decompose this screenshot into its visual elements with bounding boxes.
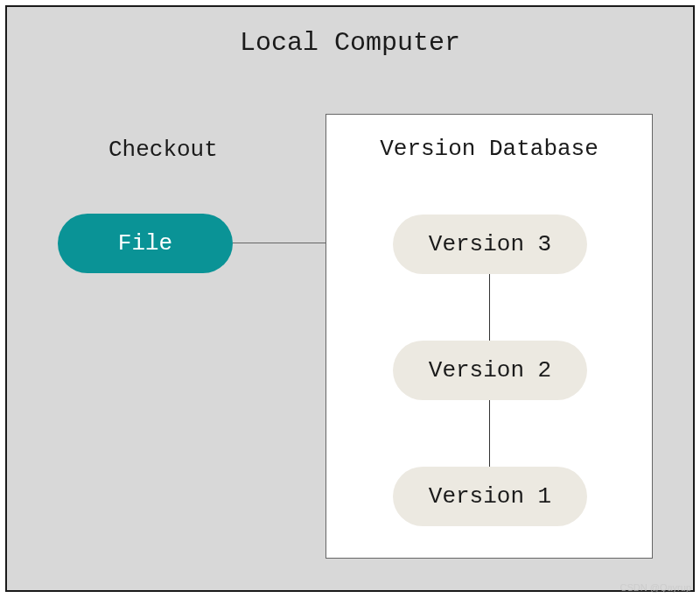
- connector-v2-v1: [489, 400, 490, 467]
- file-node: File: [58, 214, 233, 273]
- connector-v3-v2: [489, 274, 490, 341]
- version-2-node: Version 2: [393, 341, 587, 400]
- checkout-label: Checkout: [108, 137, 218, 163]
- local-computer-frame: Local Computer Checkout File Version Dat…: [5, 5, 695, 592]
- diagram-title: Local Computer: [7, 28, 693, 58]
- version-database-box: Version Database Version 3 Version 2 Ver…: [326, 114, 653, 559]
- watermark-text: CSDN @Qayrup: [620, 582, 691, 593]
- version-database-title: Version Database: [326, 136, 652, 162]
- version-1-node: Version 1: [393, 467, 587, 526]
- version-3-node: Version 3: [393, 215, 587, 274]
